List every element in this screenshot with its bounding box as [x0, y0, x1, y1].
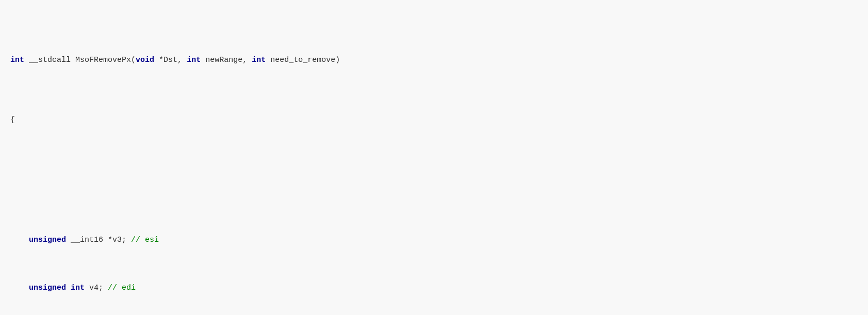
function-signature: int __stdcall MsoFRemovePx(void *Dst, in… [10, 54, 340, 66]
open-brace: { [10, 114, 15, 126]
code-container: int __stdcall MsoFRemovePx(void *Dst, in… [0, 0, 868, 315]
v3-decl-line: unsigned __int16 *v3; // esi [10, 234, 858, 246]
v4-decl: unsigned int v4; // edi [10, 282, 136, 294]
blank-line-1 [10, 174, 858, 186]
function-signature-line: int __stdcall MsoFRemovePx(void *Dst, in… [10, 54, 858, 66]
v4-decl-line: unsigned int v4; // edi [10, 282, 858, 294]
v3-decl: unsigned __int16 *v3; // esi [10, 234, 159, 246]
open-brace-line: { [10, 114, 858, 126]
